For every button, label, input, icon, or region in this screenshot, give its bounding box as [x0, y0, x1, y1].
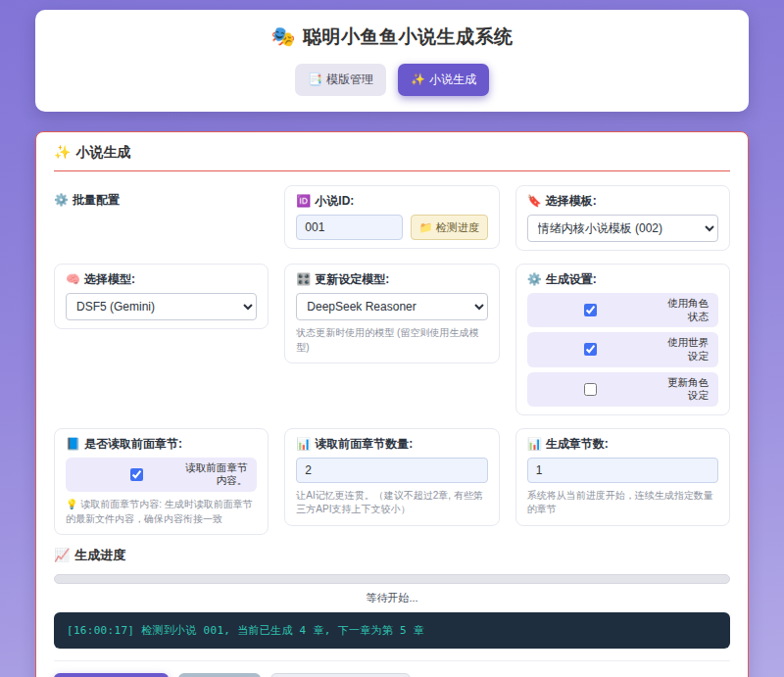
chart-increasing-icon: 📈 [54, 548, 70, 562]
app-title: 🎭聪明小鱼鱼小说生成系统 [45, 24, 739, 50]
progress-title: 📈生成进度 [54, 547, 730, 564]
progress-section: 📈生成进度 等待开始... [16:00:17] 检测到小说 001, 当前已生… [54, 547, 730, 677]
theater-masks-icon: 🎭 [271, 25, 296, 47]
check-progress-button[interactable]: 📁 检测进度 [411, 215, 488, 240]
bookmark-icon: 🔖 [527, 194, 542, 208]
folder-icon: 📁 [419, 221, 433, 233]
previous-count-group: 📊读取前面章节数量: 让AI记忆更连贯。（建议不超过2章, 有些第三方API支持… [284, 428, 499, 526]
setting-label: 使用世界设定 [662, 336, 709, 363]
novel-generation-panel: ✨小说生成 ⚙️批量配置 🆔小说ID: 📁 检测进度 🔖选择模板: [35, 131, 749, 677]
tab-novel-generation[interactable]: ✨小说生成 [398, 64, 489, 96]
stop-generation-button[interactable]: ⏹停止生成 [178, 673, 261, 677]
bookmark-tabs-icon: 📑 [308, 73, 322, 86]
read-previous-label: 📘是否读取前面章节: [66, 437, 257, 452]
read-previous-hint: 💡 读取前面章节内容: 生成时读取前面章节的最新文件内容，确保内容衔接一致 [66, 498, 257, 526]
novel-id-input[interactable] [296, 215, 403, 240]
log-line: [16:00:17] 检测到小说 001, 当前已生成 4 章, 下一章为第 5… [67, 624, 424, 637]
model-select-group: 🧠选择模型: DSF5 (Gemini) [54, 264, 269, 329]
previous-count-input[interactable] [296, 458, 487, 483]
generation-settings-label: ⚙️生成设置: [527, 272, 718, 287]
setting-label: 使用角色状态 [662, 297, 709, 323]
config-form-grid: ⚙️批量配置 🆔小说ID: 📁 检测进度 🔖选择模板: 情绪内核小说模板 (00… [54, 185, 730, 535]
log-console: [16:00:17] 检测到小说 001, 当前已生成 4 章, 下一章为第 5… [54, 612, 730, 649]
read-previous-row: 读取前面章节内容。 [66, 458, 257, 492]
batch-config-label: ⚙️批量配置 [54, 193, 269, 208]
progress-bar [54, 574, 730, 584]
update-model-group: 🎛️更新设定模型: DeepSeek Reasoner 状态更新时使用的模型 (… [284, 264, 499, 363]
manual-update-character-button[interactable]: 📄手动更新角色设定 [270, 673, 411, 677]
gear-icon: ⚙️ [527, 272, 542, 286]
start-generation-button[interactable]: 🚀开始连续生成 [54, 673, 169, 677]
template-select[interactable]: 情绪内核小说模板 (002) [527, 215, 718, 242]
gear-icon: ⚙️ [54, 193, 69, 207]
brain-icon: 🧠 [66, 272, 80, 286]
use-character-state-checkbox[interactable] [584, 304, 597, 316]
update-model-select[interactable]: DeepSeek Reasoner [296, 293, 487, 320]
progress-status: 等待开始... [54, 591, 730, 605]
read-previous-group: 📘是否读取前面章节: 读取前面章节内容。 💡 读取前面章节内容: 生成时读取前面… [54, 428, 269, 535]
chapter-count-label: 📊生成章节数: [527, 437, 718, 452]
app-header-card: 🎭聪明小鱼鱼小说生成系统 📑模版管理 ✨小说生成 [35, 10, 749, 112]
update-model-label: 🎛️更新设定模型: [296, 272, 487, 287]
novel-id-label: 🆔小说ID: [296, 194, 487, 209]
main-nav-tabs: 📑模版管理 ✨小说生成 [45, 64, 739, 96]
novel-id-group: 🆔小说ID: 📁 检测进度 [284, 185, 499, 249]
batch-config-group: ⚙️批量配置 [54, 185, 269, 221]
panel-title-text: 小说生成 [75, 144, 130, 160]
previous-count-label: 📊读取前面章节数量: [296, 437, 487, 452]
bar-chart-icon: 📊 [527, 437, 542, 451]
update-model-hint: 状态更新时使用的模型 (留空则使用生成模型) [296, 326, 487, 355]
app-title-text: 聪明小鱼鱼小说生成系统 [303, 26, 514, 47]
template-select-label: 🔖选择模板: [527, 194, 718, 209]
chapter-count-input[interactable] [527, 458, 718, 483]
setting-update-character: 更新角色设定 [527, 372, 718, 407]
previous-count-hint: 让AI记忆更连贯。（建议不超过2章, 有些第三方API支持上下文较小） [296, 489, 487, 517]
setting-use-character-state: 使用角色状态 [527, 293, 718, 327]
action-buttons: 🚀开始连续生成 ⏹停止生成 📄手动更新角色设定 [54, 660, 730, 677]
generation-settings-group: ⚙️生成设置: 使用角色状态 使用世界设定 更新角色设定 [515, 264, 730, 415]
tab-template-management[interactable]: 📑模版管理 [295, 64, 386, 96]
control-knobs-icon: 🎛️ [296, 272, 311, 286]
panel-title: ✨小说生成 [54, 144, 730, 171]
id-icon: 🆔 [296, 194, 311, 208]
update-character-checkbox[interactable] [584, 383, 597, 396]
use-world-setting-checkbox[interactable] [584, 343, 597, 356]
read-previous-checkbox-label: 读取前面章节内容。 [180, 461, 247, 488]
setting-use-world-setting: 使用世界设定 [527, 332, 718, 366]
model-select-label: 🧠选择模型: [66, 272, 257, 287]
lightbulb-icon: 💡 [66, 499, 77, 509]
chapter-count-group: 📊生成章节数: 系统将从当前进度开始，连续生成指定数量的章节 [515, 428, 730, 526]
tab-label: 小说生成 [429, 73, 476, 86]
sparkles-icon: ✨ [411, 73, 425, 86]
novel-id-row: 📁 检测进度 [296, 215, 487, 240]
read-previous-checkbox[interactable] [130, 468, 143, 481]
bar-chart-icon: 📊 [296, 437, 311, 451]
template-select-group: 🔖选择模板: 情绪内核小说模板 (002) [515, 185, 730, 251]
model-select[interactable]: DSF5 (Gemini) [66, 293, 257, 320]
tab-label: 模版管理 [326, 73, 373, 86]
chapter-count-hint: 系统将从当前进度开始，连续生成指定数量的章节 [527, 489, 718, 517]
setting-label: 更新角色设定 [662, 376, 709, 403]
sparkles-icon: ✨ [54, 144, 71, 160]
book-icon: 📘 [66, 437, 80, 451]
